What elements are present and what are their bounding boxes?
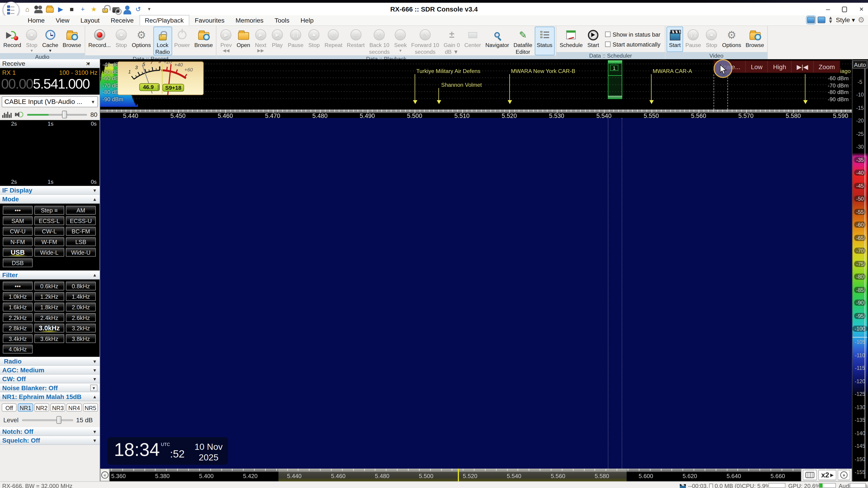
- filter-2.2khz[interactable]: 2.2kHz: [3, 313, 33, 322]
- nr-button-nr3[interactable]: NR3: [51, 403, 66, 412]
- filter-3.4khz[interactable]: 3.4kHz: [3, 334, 33, 343]
- play-icon[interactable]: ▶: [57, 5, 65, 13]
- checkbox-show-in-status-bar[interactable]: Show in status bar: [605, 31, 660, 37]
- style-selector[interactable]: Style ▾: [836, 16, 855, 24]
- filter-1.4khz[interactable]: 1.4kHz: [66, 292, 96, 301]
- speaker-icon[interactable]: [15, 111, 24, 118]
- menu-tab-view[interactable]: View: [50, 15, 75, 26]
- menu-tab-rec-playback[interactable]: Rec/Playback: [139, 15, 189, 26]
- collapse-icon[interactable]: ▼: [92, 359, 97, 364]
- overlay-button--[interactable]: ▶|◀: [792, 61, 813, 72]
- volume-slider[interactable]: [27, 111, 87, 119]
- mode-bc-fm[interactable]: BC-FM: [66, 227, 96, 236]
- panel-collapse-icon[interactable]: ▼: [86, 61, 91, 66]
- mode-wide-u[interactable]: Wide-U: [66, 248, 96, 257]
- tuning-marker[interactable]: 1: [608, 60, 622, 99]
- section-filter[interactable]: Filter▲: [0, 271, 100, 280]
- ribbon-button-open[interactable]: Open: [235, 27, 252, 55]
- camera-icon[interactable]: [112, 5, 120, 13]
- mode-sam[interactable]: SAM: [3, 217, 33, 225]
- section-cw[interactable]: CW: Off▼: [0, 375, 100, 383]
- collapse-icon[interactable]: ▼: [92, 429, 97, 434]
- close-button[interactable]: ×: [860, 5, 864, 13]
- spectrum-frequency-scale[interactable]: 5.4405.4505.4605.4705.4805.4905.5005.510…: [100, 109, 852, 118]
- ribbon-button-navigator[interactable]: Navigator: [483, 27, 511, 55]
- caret-down-icon[interactable]: ▾: [145, 5, 153, 13]
- ribbon-button-lock[interactable]: LockRadio: [153, 27, 172, 55]
- mode-lsb[interactable]: LSB: [66, 237, 96, 246]
- add-icon[interactable]: +: [79, 5, 87, 13]
- colorbar-scale[interactable]: -5-10-15-20-25-30-35-40-45-50-55-60-65-7…: [852, 69, 867, 479]
- filter-1.6khz[interactable]: 1.6kHz: [3, 303, 33, 312]
- equalizer-icon[interactable]: [2, 111, 12, 118]
- mode-ecss-l[interactable]: ECSS-L: [34, 217, 64, 225]
- ribbon-button-start[interactable]: Start: [666, 27, 683, 52]
- mode-w-fm[interactable]: W-FM: [34, 237, 64, 246]
- nr-button-nr2[interactable]: NR2: [34, 403, 49, 412]
- menu-tab-home[interactable]: Home: [22, 15, 50, 26]
- overlay-button-high[interactable]: High: [768, 61, 792, 72]
- home-icon[interactable]: ⌂: [23, 5, 32, 13]
- checkbox-start-automatically[interactable]: Start automatically: [605, 41, 660, 47]
- ribbon-button-schedule[interactable]: Schedule: [557, 27, 585, 52]
- mode-n-fm[interactable]: N-FM: [3, 237, 33, 246]
- filter-2.0khz[interactable]: 2.0kHz: [66, 303, 96, 312]
- minimize-button[interactable]: –: [826, 5, 830, 13]
- updown-arrows-icon[interactable]: ▲▼: [828, 16, 833, 24]
- spectrum-display[interactable]: -40 dBm-50 dBm-60 dBm-70 dBm-80 dBm-90 d…: [100, 59, 852, 109]
- mode--[interactable]: •••: [3, 206, 33, 215]
- filter-2.6khz[interactable]: 2.6kHz: [66, 313, 96, 322]
- tuning-marker-cap[interactable]: [608, 60, 622, 64]
- users-icon[interactable]: [34, 5, 43, 13]
- menu-tab-layout[interactable]: Layout: [75, 15, 105, 26]
- receive-panel-header[interactable]: Receive ✕ ▼: [0, 59, 100, 68]
- section-agc[interactable]: AGC: Medium▼: [0, 366, 100, 375]
- menu-tab-receive[interactable]: Receive: [105, 15, 139, 26]
- mode-dsb[interactable]: DSB: [3, 258, 33, 267]
- monitor-1-icon[interactable]: [807, 17, 815, 23]
- frequency-navigator[interactable]: « x2▶ » 5.3605.3805.4005.4205.4405.4605.…: [100, 468, 852, 481]
- filter-1.2khz[interactable]: 1.2kHz: [34, 292, 64, 301]
- section-noise-blanker[interactable]: Noise Blanker: Off▼: [0, 383, 100, 392]
- collapse-icon[interactable]: ▲: [92, 394, 97, 399]
- lock-icon[interactable]: [101, 5, 109, 13]
- restore-button[interactable]: [842, 6, 847, 12]
- nr-level-slider[interactable]: [22, 416, 73, 424]
- audio-input-select[interactable]: CABLE Input (VB-Audio ... ▼: [2, 96, 98, 107]
- settings-gear-icon[interactable]: ⚙: [858, 16, 865, 24]
- mode-step-[interactable]: Step ≡: [34, 206, 64, 215]
- ribbon-button-status[interactable]: Status: [535, 27, 555, 55]
- filter-3.2khz[interactable]: 3.2kHz: [66, 324, 96, 332]
- collapse-icon[interactable]: ▼: [90, 385, 97, 391]
- ribbon-button-datafile[interactable]: ✎DatafileEditor: [511, 27, 535, 55]
- menu-tab-favourites[interactable]: Favourites: [189, 15, 230, 26]
- collapse-icon[interactable]: ▲: [92, 272, 97, 278]
- ribbon-button-start[interactable]: Start: [585, 27, 601, 52]
- filter-1.0khz[interactable]: 1.0kHz: [3, 292, 33, 301]
- colorbar-auto-button[interactable]: Auto: [852, 60, 867, 69]
- person-icon[interactable]: [123, 5, 131, 13]
- section-if-display[interactable]: IF Display▼: [0, 186, 100, 195]
- favourite-star-icon[interactable]: ★: [90, 5, 98, 13]
- collapse-icon[interactable]: ▼: [92, 188, 97, 193]
- collapse-icon[interactable]: ▼: [92, 367, 97, 372]
- nr-button-nr4[interactable]: NR4: [67, 403, 82, 412]
- ribbon-button-options[interactable]: ⚙Options: [129, 27, 153, 55]
- mode-wide-l[interactable]: Wide-L: [34, 248, 64, 257]
- filter-4.0khz[interactable]: 4.0kHz: [3, 345, 33, 354]
- menu-tab-tools[interactable]: Tools: [269, 15, 295, 26]
- ribbon-button-browse[interactable]: Browse: [60, 27, 83, 53]
- mode-ecss-u[interactable]: ECSS-U: [66, 217, 96, 225]
- filter-0.8khz[interactable]: 0.8kHz: [66, 282, 96, 291]
- filter-2.4khz[interactable]: 2.4kHz: [34, 313, 64, 322]
- zoom-level-button[interactable]: x2▶: [818, 470, 837, 480]
- ribbon-button-cache[interactable]: Cache▼: [40, 27, 60, 53]
- overlay-button-low[interactable]: Low: [746, 61, 768, 72]
- filter-3.8khz[interactable]: 3.8kHz: [66, 334, 96, 343]
- navigator-prev-button[interactable]: «: [100, 468, 110, 481]
- ribbon-button-options[interactable]: ⚙Options: [720, 27, 743, 52]
- overlay-button-zoom[interactable]: Zoom: [814, 61, 840, 72]
- frequency-display[interactable]: 00.005.541.000: [1, 76, 90, 92]
- keyboard-entry-button[interactable]: [803, 470, 817, 480]
- section-nr1[interactable]: NR1: Ephraim Malah 15dB▲: [0, 392, 100, 401]
